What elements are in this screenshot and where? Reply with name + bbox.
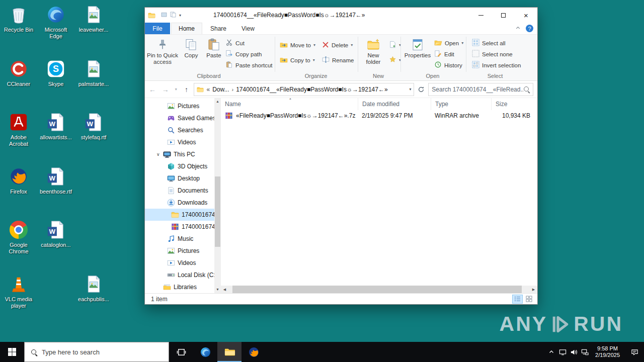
scroll-up-icon[interactable]: ▲ bbox=[214, 98, 221, 105]
pin-to-quick-access-button[interactable]: Pin to Quick access bbox=[147, 36, 178, 72]
desktop-icon-cataloglon[interactable]: Wcataloglon... bbox=[37, 219, 74, 248]
taskbar-file-explorer-button[interactable] bbox=[217, 342, 242, 362]
tab-share[interactable]: Share bbox=[203, 23, 233, 34]
thumbnails-view-button[interactable] bbox=[524, 295, 534, 304]
search-input[interactable] bbox=[432, 86, 523, 93]
taskbar-edge-button[interactable] bbox=[193, 342, 217, 362]
desktop-icon-ccleaner[interactable]: CCleaner bbox=[0, 58, 37, 87]
desktop-icon-vlc[interactable]: VLC media player bbox=[0, 274, 37, 309]
paste-shortcut-button[interactable]: Paste shortcut bbox=[225, 60, 273, 70]
column-header-date-modified[interactable]: Date modified bbox=[358, 98, 431, 110]
desktop-icon-leavewher[interactable]: leavewher... bbox=[75, 4, 112, 33]
task-view-button[interactable] bbox=[169, 342, 193, 362]
tab-home[interactable]: Home bbox=[171, 23, 202, 34]
taskbar-clock[interactable]: 9:58 PM 2/19/2025 bbox=[590, 345, 625, 358]
qat-button-1[interactable] bbox=[161, 11, 167, 20]
address-box[interactable]: « Dow... › 1740001674__«FileReady■PassWo… bbox=[194, 83, 414, 96]
nav-item-downloads[interactable]: Downloads bbox=[145, 197, 214, 209]
scrollbar-thumb[interactable] bbox=[232, 286, 522, 293]
expander-icon[interactable]: ∨ bbox=[156, 148, 160, 160]
desktop-icon-allowartists[interactable]: Wallowartists... bbox=[37, 112, 74, 141]
paste-button[interactable]: Paste bbox=[202, 36, 225, 72]
breadcrumb-overflow-icon[interactable]: « bbox=[206, 86, 210, 93]
history-button[interactable]: History bbox=[434, 60, 462, 70]
taskbar-search[interactable] bbox=[24, 342, 169, 362]
network-icon[interactable] bbox=[579, 342, 590, 362]
breadcrumb-parent[interactable]: Dow... bbox=[212, 86, 229, 93]
delete-button[interactable]: Delete ▾ bbox=[322, 40, 353, 50]
nav-scrollbar[interactable]: ▲ ▼ bbox=[214, 98, 221, 293]
back-button[interactable]: ← bbox=[147, 85, 158, 94]
close-button[interactable]: × bbox=[515, 8, 537, 23]
new-item-button[interactable]: ▾ bbox=[389, 40, 401, 50]
start-button[interactable] bbox=[0, 342, 24, 362]
open-button[interactable]: Open ▾ bbox=[434, 38, 463, 48]
tab-file[interactable]: File bbox=[145, 23, 170, 34]
easy-access-button[interactable]: ▾ bbox=[389, 55, 401, 65]
desktop-icon-firefox[interactable]: Firefox bbox=[0, 166, 37, 195]
horizontal-scrollbar[interactable]: ◀ ▶ bbox=[221, 286, 537, 293]
minimize-button[interactable] bbox=[469, 8, 492, 23]
refresh-button[interactable] bbox=[416, 86, 426, 93]
copy-to-button[interactable]: Copy to ▾ bbox=[280, 55, 315, 65]
nav-item-this-pc[interactable]: ∨This PC bbox=[145, 148, 214, 160]
select-all-button[interactable]: Select all bbox=[472, 38, 506, 48]
desktop-icon-microsoft-edge[interactable]: Microsoft Edge bbox=[37, 4, 74, 40]
maximize-button[interactable] bbox=[492, 8, 515, 23]
recent-locations-icon[interactable]: ▾ bbox=[173, 87, 179, 92]
nav-item-videos[interactable]: Videos bbox=[145, 136, 214, 148]
properties-button[interactable]: Properties bbox=[404, 36, 432, 72]
copy-button[interactable]: Copy bbox=[180, 36, 202, 72]
desktop-icon-recycle-bin[interactable]: Recycle Bin bbox=[0, 4, 37, 33]
scroll-left-icon[interactable]: ◀ bbox=[221, 288, 228, 292]
column-header-name[interactable]: ▲ Name bbox=[221, 98, 358, 110]
nav-item-pictures[interactable]: Pictures bbox=[145, 245, 214, 257]
rename-button[interactable]: Rename bbox=[322, 55, 354, 65]
action-center-button[interactable] bbox=[625, 342, 644, 362]
nav-item-pictures[interactable]: Pictures bbox=[145, 100, 214, 112]
help-button[interactable]: ? bbox=[526, 25, 533, 32]
nav-item-music[interactable]: Music bbox=[145, 233, 214, 245]
nav-item-3d-objects[interactable]: 3D Objects bbox=[145, 160, 214, 172]
nav-item-saved-games[interactable]: Saved Games bbox=[145, 112, 214, 124]
copy-path-button[interactable]: Copy path bbox=[225, 49, 262, 59]
nav-item-1740001674[interactable]: 1740001674__ bbox=[145, 209, 214, 221]
select-none-button[interactable]: Select none bbox=[472, 49, 513, 59]
scroll-right-icon[interactable]: ▶ bbox=[530, 288, 537, 292]
move-to-button[interactable]: Move to ▾ bbox=[280, 40, 315, 50]
nav-item-libraries[interactable]: Libraries bbox=[145, 281, 214, 293]
desktop-icon-skype[interactable]: SSkype bbox=[37, 58, 74, 87]
scroll-down-icon[interactable]: ▼ bbox=[214, 286, 221, 293]
breadcrumb-current-folder[interactable]: 1740001674__«FileReady■PassWord■Is☼→1921… bbox=[236, 86, 407, 93]
nav-item-documents[interactable]: Documents bbox=[145, 185, 214, 197]
desktop-icon-adobe-acrobat[interactable]: Adobe Acrobat bbox=[0, 112, 37, 147]
scrollbar-thumb[interactable] bbox=[215, 176, 220, 247]
qat-button-2[interactable] bbox=[170, 11, 176, 20]
hidden-icons-button[interactable] bbox=[546, 342, 557, 362]
desktop-icon-stylefaq[interactable]: Wstylefaq.rtf bbox=[75, 112, 112, 141]
up-button[interactable]: ↑ bbox=[181, 85, 192, 94]
display-icon[interactable] bbox=[557, 342, 568, 362]
address-dropdown-icon[interactable]: ▾ bbox=[409, 87, 411, 92]
desktop-icon-beenthose[interactable]: Wbeenthose.rtf bbox=[37, 166, 74, 195]
nav-item-searches[interactable]: Searches bbox=[145, 124, 214, 136]
new-folder-button[interactable]: New folder bbox=[360, 36, 387, 72]
invert-selection-button[interactable]: Invert selection bbox=[472, 60, 521, 70]
qat-dropdown-icon[interactable]: ▾ bbox=[179, 13, 181, 18]
cut-button[interactable]: Cut bbox=[225, 38, 245, 48]
nav-item-videos[interactable]: Videos bbox=[145, 257, 214, 269]
desktop-icon-palmstarte[interactable]: palmstarte... bbox=[75, 58, 112, 87]
taskbar-search-input[interactable] bbox=[42, 348, 169, 356]
volume-icon[interactable] bbox=[568, 342, 579, 362]
column-header-type[interactable]: Type bbox=[431, 98, 491, 110]
minimize-ribbon-icon[interactable] bbox=[515, 25, 521, 32]
search-box[interactable] bbox=[428, 83, 533, 96]
title-bar[interactable]: ▾ 1740001674__«FileReady■PassWord■Is☼→19… bbox=[145, 8, 537, 23]
nav-item-desktop[interactable]: Desktop bbox=[145, 172, 214, 185]
file-row[interactable]: «FileReady■PassWord■Is☼→192147←».7z2/19/… bbox=[221, 110, 537, 121]
taskbar-firefox-button[interactable] bbox=[242, 342, 266, 362]
forward-button[interactable]: → bbox=[160, 85, 171, 94]
nav-item-local-disk-c[interactable]: Local Disk (C:) bbox=[145, 269, 214, 281]
desktop-icon-google-chrome[interactable]: Google Chrome bbox=[0, 219, 37, 255]
nav-item-1740001674[interactable]: 1740001674__ bbox=[145, 221, 214, 233]
